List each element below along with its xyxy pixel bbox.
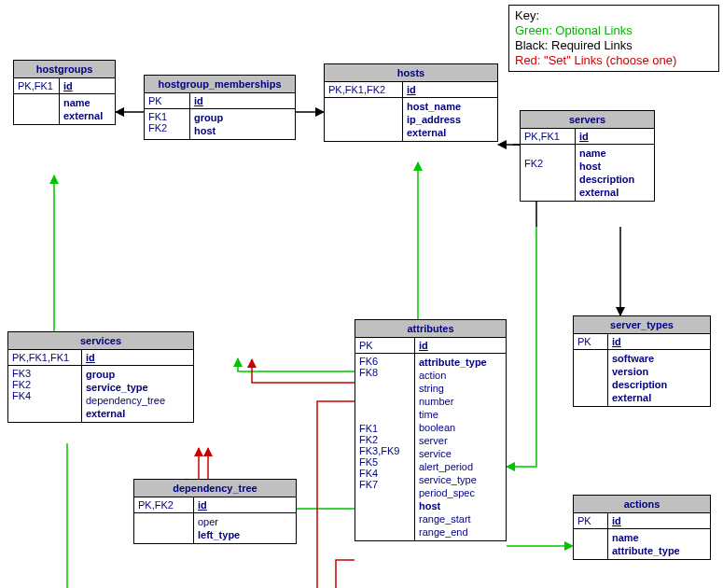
caption: servers bbox=[521, 111, 655, 129]
table-attributes: attributes PK id FK6 FK8 FK1 FK2 FK3,FK9… bbox=[355, 319, 507, 541]
legend-title: Key: bbox=[515, 8, 713, 23]
table-actions: actions PK id name attribute_type bbox=[573, 495, 711, 560]
col: service_type bbox=[86, 381, 189, 394]
col: string bbox=[419, 382, 502, 395]
key: PK,FK2 bbox=[138, 499, 174, 511]
table-services: services PK,FK1,FK1 id FK3 FK2 FK4 group… bbox=[7, 331, 194, 423]
col: host bbox=[419, 499, 502, 512]
key: FK4 bbox=[359, 468, 410, 479]
table-servers: servers PK,FK1 id FK2 name host descript… bbox=[520, 110, 655, 202]
col: number bbox=[419, 395, 502, 408]
caption: hostgroup_memberships bbox=[145, 76, 296, 93]
key: FK7 bbox=[359, 479, 410, 490]
col: boolean bbox=[419, 421, 502, 434]
key: FK2 bbox=[148, 122, 186, 133]
table-dependency-tree: dependency_tree PK,FK2 id oper left_type bbox=[133, 479, 297, 544]
col: id bbox=[419, 340, 428, 351]
col: id bbox=[86, 352, 95, 363]
key: PK bbox=[577, 336, 591, 347]
key: FK2 bbox=[524, 158, 571, 169]
key: FK1 bbox=[148, 111, 186, 122]
col: host bbox=[579, 160, 650, 173]
col: external bbox=[612, 391, 706, 404]
key: PK,FK1,FK2 bbox=[328, 84, 385, 95]
key: FK8 bbox=[359, 367, 410, 378]
col: time bbox=[419, 408, 502, 421]
col: service bbox=[419, 447, 502, 460]
col: range_end bbox=[419, 525, 502, 539]
table-hostgroups: hostgroups PK,FK1 id name external bbox=[13, 60, 116, 125]
key: PK,FK1 bbox=[524, 131, 560, 142]
table-hosts: hosts PK,FK1,FK2 id host_name ip_address… bbox=[324, 63, 498, 142]
col: id bbox=[407, 84, 416, 95]
key: PK,FK1 bbox=[18, 80, 53, 91]
col: name bbox=[579, 147, 650, 160]
legend-required: Black: Required Links bbox=[515, 38, 713, 53]
col: id bbox=[579, 131, 589, 142]
col: ip_address bbox=[407, 113, 494, 126]
col: host_name bbox=[407, 100, 494, 113]
col: external bbox=[407, 126, 494, 139]
key: FK3,FK9 bbox=[359, 445, 410, 456]
caption: hosts bbox=[325, 64, 498, 82]
key: FK2 bbox=[12, 379, 77, 390]
key: FK6 bbox=[359, 356, 410, 367]
col: id bbox=[612, 515, 621, 526]
caption: dependency_tree bbox=[134, 480, 297, 497]
col: period_spec bbox=[419, 486, 502, 499]
col: id bbox=[198, 499, 207, 511]
col: attribute_type bbox=[612, 544, 706, 557]
col: external bbox=[86, 407, 189, 420]
legend-optional: Green: Optional Links bbox=[515, 23, 713, 38]
col: group bbox=[86, 368, 189, 381]
col: name bbox=[612, 531, 706, 544]
col: server bbox=[419, 434, 502, 447]
key: FK2 bbox=[359, 434, 410, 445]
col: version bbox=[612, 365, 706, 378]
col: range_start bbox=[419, 512, 502, 525]
key: FK5 bbox=[359, 456, 410, 468]
col: external bbox=[63, 109, 111, 122]
caption: services bbox=[8, 332, 194, 350]
legend: Key: Green: Optional Links Black: Requir… bbox=[508, 5, 719, 72]
col: name bbox=[63, 96, 111, 109]
col: dependency_tree bbox=[86, 394, 189, 407]
col: action bbox=[419, 369, 502, 382]
key: PK,FK1,FK1 bbox=[12, 352, 69, 363]
col: left_type bbox=[198, 528, 292, 541]
col: host bbox=[194, 124, 291, 137]
legend-set: Red: "Set" Links (choose one) bbox=[515, 53, 713, 68]
col: id bbox=[612, 336, 621, 347]
col: alert_period bbox=[419, 460, 502, 473]
table-hostgroup-memberships: hostgroup_memberships PK id FK1 FK2 grou… bbox=[144, 75, 296, 140]
col: service_type bbox=[419, 473, 502, 486]
col: group bbox=[194, 111, 291, 124]
caption: server_types bbox=[574, 316, 711, 334]
col: external bbox=[579, 186, 650, 199]
col: attribute_type bbox=[419, 356, 502, 369]
col: id bbox=[63, 80, 73, 91]
key: FK4 bbox=[12, 390, 77, 401]
key: PK bbox=[148, 95, 162, 106]
key: FK1 bbox=[359, 423, 410, 434]
col: oper bbox=[198, 515, 292, 528]
col: description bbox=[579, 173, 650, 186]
key: PK bbox=[359, 340, 373, 351]
col: software bbox=[612, 352, 706, 365]
col: description bbox=[612, 378, 706, 391]
caption: actions bbox=[574, 496, 711, 513]
key: PK bbox=[577, 515, 591, 526]
col: id bbox=[194, 95, 203, 106]
key: FK3 bbox=[12, 368, 77, 379]
caption: hostgroups bbox=[14, 61, 116, 78]
table-server-types: server_types PK id software version desc… bbox=[573, 315, 711, 407]
caption: attributes bbox=[355, 320, 507, 338]
